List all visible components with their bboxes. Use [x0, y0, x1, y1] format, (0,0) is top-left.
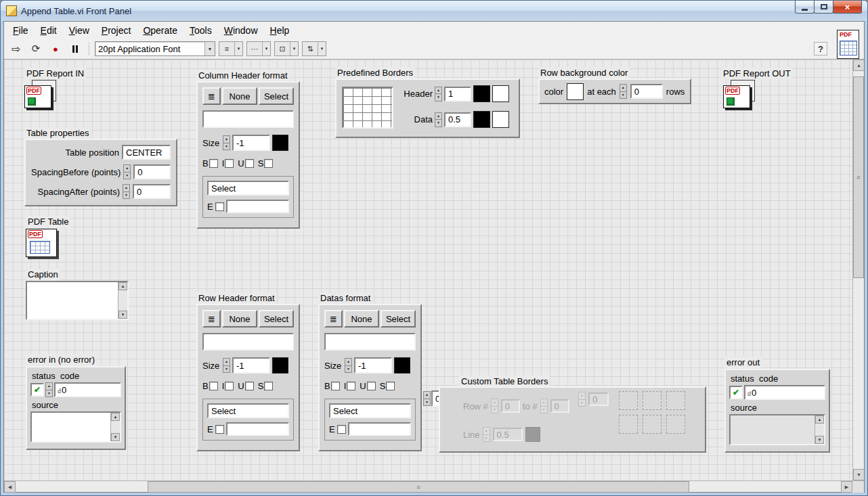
font-select-button[interactable]: Select — [381, 310, 416, 328]
at-each-spinner[interactable]: ▲▼ — [620, 84, 627, 99]
italic-checkbox[interactable] — [347, 382, 355, 390]
menu-file[interactable]: File — [7, 23, 35, 38]
status-indicator[interactable]: ✔ — [30, 383, 44, 397]
strike-checkbox[interactable] — [264, 159, 273, 168]
vertical-scrollbar[interactable]: ▲ ≡ ▼ — [852, 60, 864, 480]
style-select-field[interactable]: Select — [207, 181, 289, 196]
header-fill-color-swatch[interactable] — [492, 85, 509, 102]
source-text[interactable] — [32, 413, 110, 441]
pdf-report-in-control[interactable]: PDF — [24, 80, 60, 112]
font-none-button[interactable]: None — [222, 310, 257, 328]
table-position-field[interactable]: CENTER — [122, 145, 171, 160]
menu-operate[interactable]: Operate — [137, 23, 183, 38]
header-spinner[interactable]: ▲▼ — [435, 87, 442, 102]
close-button[interactable]: × — [833, 1, 862, 14]
minimize-button[interactable] — [795, 1, 815, 14]
caption-field[interactable]: ▲ ▼ — [26, 281, 129, 320]
underline-checkbox[interactable] — [367, 382, 376, 390]
vertical-scroll-track[interactable]: ≡ — [853, 71, 864, 469]
header-width-field[interactable]: 1 — [444, 87, 471, 102]
font-name-field[interactable] — [202, 110, 294, 128]
caption-text[interactable] — [27, 282, 118, 319]
font-name-field[interactable] — [202, 333, 294, 351]
vi-icon[interactable]: PDF — [837, 30, 859, 59]
menu-help[interactable]: Help — [264, 23, 296, 38]
distribute-objects-button[interactable]: ⋯ ▼ — [246, 41, 271, 56]
abort-button[interactable]: ● — [47, 41, 64, 57]
data-spinner[interactable]: ▲▼ — [435, 112, 442, 127]
spacing-after-field[interactable]: 0 — [133, 184, 171, 199]
run-continuously-button[interactable]: ⟳ — [28, 41, 44, 57]
horizontal-scrollbar[interactable]: ◀ ≡ ▶ — [4, 480, 864, 492]
at-each-field[interactable]: 0 — [630, 84, 663, 99]
data-fill-color-swatch[interactable] — [492, 111, 509, 128]
e-checkbox[interactable] — [337, 425, 346, 434]
resize-objects-button[interactable]: ⊡ ▼ — [274, 41, 299, 56]
size-spinner[interactable]: ▲▼ — [223, 135, 230, 150]
font-color-swatch[interactable] — [394, 357, 410, 374]
spacing-before-spinner[interactable]: ▲▼ — [123, 164, 131, 179]
italic-checkbox[interactable] — [225, 382, 234, 390]
style-select-field[interactable]: Select — [329, 403, 411, 418]
scroll-down-arrow[interactable]: ▼ — [853, 469, 864, 480]
e-field[interactable] — [226, 200, 289, 213]
bold-checkbox[interactable] — [209, 159, 218, 168]
e-field[interactable] — [226, 422, 289, 436]
e-field[interactable] — [348, 422, 411, 436]
vertical-scroll-thumb[interactable]: ≡ — [853, 76, 864, 278]
menu-window[interactable]: Window — [218, 23, 264, 38]
code-spinner[interactable]: ▲▼ — [45, 382, 53, 397]
scroll-up-arrow[interactable]: ▲ — [853, 60, 864, 71]
source-scrollbar[interactable]: ▲ ▼ — [110, 413, 120, 441]
align-objects-button[interactable]: ≡ ▼ — [219, 41, 243, 56]
row-color-swatch[interactable] — [567, 83, 584, 100]
e-checkbox[interactable] — [215, 202, 224, 211]
size-field[interactable]: -1 — [232, 357, 270, 374]
e-checkbox[interactable] — [215, 425, 224, 434]
font-color-swatch[interactable] — [272, 357, 288, 374]
underline-checkbox[interactable] — [245, 159, 254, 168]
style-select-field[interactable]: Select — [207, 403, 289, 418]
code-field[interactable]: d 0 — [54, 382, 121, 397]
scroll-down-arrow[interactable]: ▼ — [111, 433, 120, 441]
horizontal-scroll-track[interactable]: ≡ — [16, 481, 841, 493]
strike-checkbox[interactable] — [264, 382, 273, 390]
justify-button[interactable]: ≣ — [202, 87, 221, 105]
font-selector[interactable]: 20pt Application Font ▼ — [95, 41, 215, 56]
font-name-field[interactable] — [324, 333, 416, 351]
size-spinner[interactable]: ▲▼ — [223, 358, 230, 373]
menu-project[interactable]: Project — [95, 23, 137, 38]
pdf-table-control[interactable]: PDF — [26, 229, 57, 257]
scroll-left-arrow[interactable]: ◀ — [4, 481, 16, 493]
font-color-swatch[interactable] — [272, 135, 288, 151]
font-select-button[interactable]: Select — [259, 310, 294, 328]
underline-checkbox[interactable] — [245, 382, 254, 390]
header-line-color-swatch[interactable] — [473, 85, 490, 102]
bold-checkbox[interactable] — [209, 382, 218, 390]
data-width-field[interactable]: 0.5 — [444, 112, 471, 127]
size-field[interactable]: -1 — [354, 357, 392, 374]
font-none-button[interactable]: None — [222, 87, 257, 105]
reorder-objects-button[interactable]: ⇅ ▼ — [302, 41, 326, 56]
justify-button[interactable]: ≣ — [202, 310, 221, 328]
spacing-before-field[interactable]: 0 — [133, 164, 171, 179]
italic-checkbox[interactable] — [225, 159, 234, 168]
menu-tools[interactable]: Tools — [183, 23, 218, 38]
bold-checkbox[interactable] — [331, 382, 340, 390]
strike-checkbox[interactable] — [386, 382, 395, 390]
pause-button[interactable] — [67, 41, 83, 57]
source-scrollbar[interactable]: ▲ ▼ — [815, 415, 824, 444]
context-help-button[interactable]: ? — [814, 42, 827, 55]
scroll-up-arrow[interactable]: ▲ — [111, 413, 120, 421]
pdf-report-out-indicator[interactable]: PDF — [723, 80, 758, 112]
index-spinner[interactable]: ▲▼ — [423, 391, 431, 406]
scroll-down-arrow[interactable]: ▼ — [815, 436, 824, 444]
maximize-button[interactable] — [814, 1, 833, 14]
menu-edit[interactable]: Edit — [35, 23, 63, 38]
source-field[interactable]: ▲ ▼ — [30, 411, 121, 443]
data-line-color-swatch[interactable] — [473, 111, 490, 128]
font-select-button[interactable]: Select — [259, 87, 294, 105]
font-none-button[interactable]: None — [344, 310, 379, 328]
scroll-right-arrow[interactable]: ▶ — [841, 481, 852, 493]
size-field[interactable]: -1 — [232, 135, 270, 151]
